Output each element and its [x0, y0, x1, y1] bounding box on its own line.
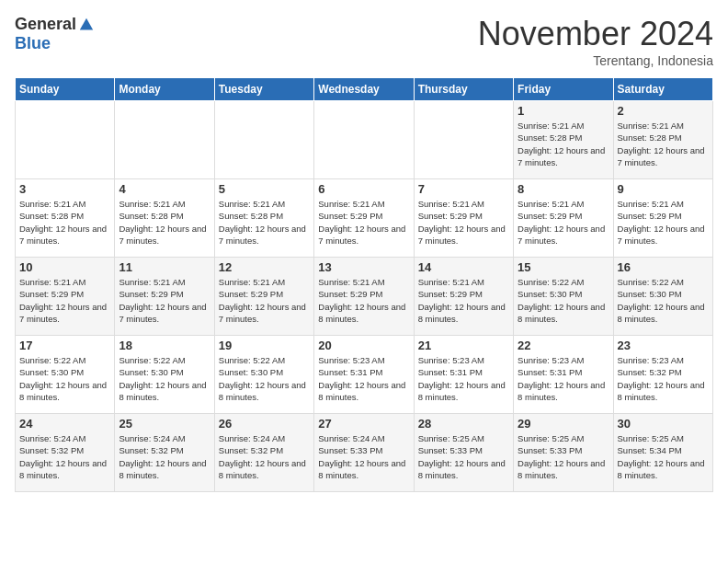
logo-blue-text: Blue: [15, 34, 51, 53]
page-header: General Blue November 2024 Terentang, In…: [15, 15, 713, 68]
day-number: 25: [119, 417, 210, 431]
calendar-cell: [214, 101, 313, 179]
calendar-cell: 30Sunrise: 5:25 AM Sunset: 5:34 PM Dayli…: [613, 414, 712, 492]
day-info: Sunrise: 5:22 AM Sunset: 5:30 PM Dayligh…: [618, 276, 709, 325]
calendar-cell: 3Sunrise: 5:21 AM Sunset: 5:28 PM Daylig…: [16, 179, 115, 258]
title-area: November 2024 Terentang, Indonesia: [478, 15, 713, 68]
day-number: 12: [219, 260, 310, 274]
day-number: 3: [19, 182, 110, 196]
day-info: Sunrise: 5:21 AM Sunset: 5:29 PM Dayligh…: [518, 198, 609, 247]
month-title: November 2024: [478, 15, 713, 53]
day-info: Sunrise: 5:21 AM Sunset: 5:29 PM Dayligh…: [418, 198, 509, 247]
day-info: Sunrise: 5:21 AM Sunset: 5:29 PM Dayligh…: [318, 276, 409, 325]
logo-general-text: General: [15, 15, 76, 34]
day-info: Sunrise: 5:21 AM Sunset: 5:29 PM Dayligh…: [19, 276, 110, 325]
day-info: Sunrise: 5:24 AM Sunset: 5:33 PM Dayligh…: [318, 432, 409, 481]
calendar-cell: 25Sunrise: 5:24 AM Sunset: 5:32 PM Dayli…: [115, 414, 214, 492]
day-number: 30: [618, 417, 709, 431]
day-info: Sunrise: 5:21 AM Sunset: 5:29 PM Dayligh…: [219, 276, 310, 325]
day-number: 7: [418, 182, 509, 196]
day-number: 1: [518, 104, 609, 118]
day-info: Sunrise: 5:23 AM Sunset: 5:32 PM Dayligh…: [618, 354, 709, 403]
day-number: 8: [518, 182, 609, 196]
calendar-cell: [115, 101, 214, 179]
calendar-cell: 20Sunrise: 5:23 AM Sunset: 5:31 PM Dayli…: [314, 336, 414, 414]
calendar-week-row: 17Sunrise: 5:22 AM Sunset: 5:30 PM Dayli…: [16, 336, 713, 414]
calendar-cell: 11Sunrise: 5:21 AM Sunset: 5:29 PM Dayli…: [115, 258, 214, 336]
calendar-cell: 23Sunrise: 5:23 AM Sunset: 5:32 PM Dayli…: [613, 336, 712, 414]
calendar-header-row: SundayMondayTuesdayWednesdayThursdayFrid…: [16, 78, 713, 101]
svg-marker-0: [80, 17, 93, 29]
logo-icon: [78, 17, 95, 33]
day-number: 11: [119, 260, 210, 274]
day-info: Sunrise: 5:21 AM Sunset: 5:28 PM Dayligh…: [119, 198, 210, 247]
calendar-week-row: 3Sunrise: 5:21 AM Sunset: 5:28 PM Daylig…: [16, 179, 713, 258]
day-number: 14: [418, 260, 509, 274]
calendar-cell: 12Sunrise: 5:21 AM Sunset: 5:29 PM Dayli…: [214, 258, 313, 336]
day-info: Sunrise: 5:22 AM Sunset: 5:30 PM Dayligh…: [219, 354, 310, 403]
weekday-header-friday: Friday: [514, 78, 613, 101]
calendar-cell: 15Sunrise: 5:22 AM Sunset: 5:30 PM Dayli…: [514, 258, 613, 336]
calendar-cell: [16, 101, 115, 179]
weekday-header-saturday: Saturday: [613, 78, 712, 101]
day-number: 22: [518, 339, 609, 352]
day-info: Sunrise: 5:21 AM Sunset: 5:28 PM Dayligh…: [618, 120, 709, 168]
day-info: Sunrise: 5:22 AM Sunset: 5:30 PM Dayligh…: [119, 354, 210, 403]
day-info: Sunrise: 5:21 AM Sunset: 5:29 PM Dayligh…: [618, 198, 709, 247]
calendar-cell: 29Sunrise: 5:25 AM Sunset: 5:33 PM Dayli…: [514, 414, 613, 492]
day-number: 21: [418, 339, 509, 352]
day-info: Sunrise: 5:21 AM Sunset: 5:28 PM Dayligh…: [219, 198, 310, 247]
calendar-cell: 28Sunrise: 5:25 AM Sunset: 5:33 PM Dayli…: [414, 414, 513, 492]
calendar-cell: 5Sunrise: 5:21 AM Sunset: 5:28 PM Daylig…: [214, 179, 313, 258]
calendar-cell: 13Sunrise: 5:21 AM Sunset: 5:29 PM Dayli…: [314, 258, 414, 336]
day-info: Sunrise: 5:21 AM Sunset: 5:29 PM Dayligh…: [119, 276, 210, 325]
weekday-header-sunday: Sunday: [16, 78, 115, 101]
day-number: 19: [219, 339, 310, 352]
day-number: 2: [618, 104, 709, 118]
calendar-cell: 26Sunrise: 5:24 AM Sunset: 5:32 PM Dayli…: [214, 414, 313, 492]
weekday-header-wednesday: Wednesday: [314, 78, 414, 101]
calendar-cell: 18Sunrise: 5:22 AM Sunset: 5:30 PM Dayli…: [115, 336, 214, 414]
day-number: 20: [318, 339, 409, 352]
calendar-cell: 24Sunrise: 5:24 AM Sunset: 5:32 PM Dayli…: [16, 414, 115, 492]
day-number: 29: [518, 417, 609, 431]
day-number: 9: [618, 182, 709, 196]
day-number: 23: [618, 339, 709, 352]
calendar-cell: [414, 101, 513, 179]
calendar-cell: 8Sunrise: 5:21 AM Sunset: 5:29 PM Daylig…: [514, 179, 613, 258]
day-number: 10: [19, 260, 110, 274]
day-number: 5: [219, 182, 310, 196]
calendar-cell: 19Sunrise: 5:22 AM Sunset: 5:30 PM Dayli…: [214, 336, 313, 414]
calendar-week-row: 1Sunrise: 5:21 AM Sunset: 5:28 PM Daylig…: [16, 101, 713, 179]
calendar-cell: 6Sunrise: 5:21 AM Sunset: 5:29 PM Daylig…: [314, 179, 414, 258]
day-info: Sunrise: 5:21 AM Sunset: 5:29 PM Dayligh…: [318, 198, 409, 247]
day-number: 26: [219, 417, 310, 431]
day-info: Sunrise: 5:22 AM Sunset: 5:30 PM Dayligh…: [19, 354, 110, 403]
calendar-cell: 7Sunrise: 5:21 AM Sunset: 5:29 PM Daylig…: [414, 179, 513, 258]
calendar-cell: 9Sunrise: 5:21 AM Sunset: 5:29 PM Daylig…: [613, 179, 712, 258]
day-info: Sunrise: 5:25 AM Sunset: 5:33 PM Dayligh…: [418, 432, 509, 481]
day-info: Sunrise: 5:25 AM Sunset: 5:33 PM Dayligh…: [518, 432, 609, 481]
day-info: Sunrise: 5:23 AM Sunset: 5:31 PM Dayligh…: [418, 354, 509, 403]
day-number: 28: [418, 417, 509, 431]
weekday-header-thursday: Thursday: [414, 78, 513, 101]
day-info: Sunrise: 5:24 AM Sunset: 5:32 PM Dayligh…: [119, 432, 210, 481]
calendar-cell: 16Sunrise: 5:22 AM Sunset: 5:30 PM Dayli…: [613, 258, 712, 336]
day-number: 16: [618, 260, 709, 274]
weekday-header-monday: Monday: [115, 78, 214, 101]
day-info: Sunrise: 5:23 AM Sunset: 5:31 PM Dayligh…: [318, 354, 409, 403]
calendar-week-row: 24Sunrise: 5:24 AM Sunset: 5:32 PM Dayli…: [16, 414, 713, 492]
weekday-header-tuesday: Tuesday: [214, 78, 313, 101]
calendar-cell: 22Sunrise: 5:23 AM Sunset: 5:31 PM Dayli…: [514, 336, 613, 414]
day-info: Sunrise: 5:24 AM Sunset: 5:32 PM Dayligh…: [219, 432, 310, 481]
calendar-week-row: 10Sunrise: 5:21 AM Sunset: 5:29 PM Dayli…: [16, 258, 713, 336]
calendar-cell: 1Sunrise: 5:21 AM Sunset: 5:28 PM Daylig…: [514, 101, 613, 179]
day-number: 24: [19, 417, 110, 431]
calendar-cell: 4Sunrise: 5:21 AM Sunset: 5:28 PM Daylig…: [115, 179, 214, 258]
day-number: 13: [318, 260, 409, 274]
day-info: Sunrise: 5:24 AM Sunset: 5:32 PM Dayligh…: [19, 432, 110, 481]
day-info: Sunrise: 5:21 AM Sunset: 5:29 PM Dayligh…: [418, 276, 509, 325]
day-number: 18: [119, 339, 210, 352]
day-info: Sunrise: 5:21 AM Sunset: 5:28 PM Dayligh…: [19, 198, 110, 247]
calendar-cell: 27Sunrise: 5:24 AM Sunset: 5:33 PM Dayli…: [314, 414, 414, 492]
